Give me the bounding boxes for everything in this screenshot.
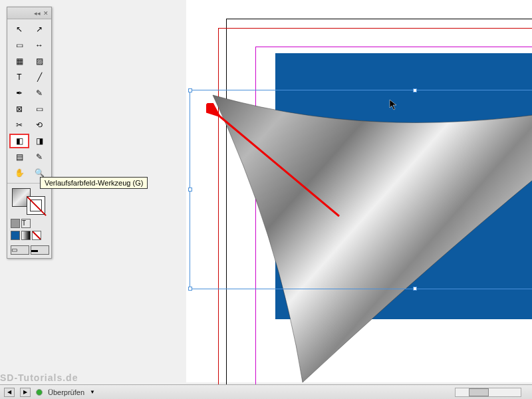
apply-none-swatch[interactable] (32, 231, 41, 240)
apply-gradient-swatch[interactable] (21, 231, 31, 240)
close-icon[interactable]: ✕ (43, 10, 49, 17)
watermark-text: SD-Tutorials.de (0, 372, 78, 383)
dropdown-icon[interactable]: ▼ (90, 389, 95, 395)
horizontal-scrollbar[interactable] (455, 388, 521, 397)
preflight-label[interactable]: Überprüfen (48, 388, 84, 396)
fill-stroke-section: T ▭ ▬ (7, 183, 51, 258)
rectangle-tool[interactable]: ▭ (29, 102, 49, 116)
apply-color-swatch[interactable] (11, 231, 20, 240)
pencil-tool[interactable]: ✎ (29, 86, 49, 100)
selection-tool[interactable]: ↖ (9, 22, 29, 37)
handle-top-middle[interactable] (413, 88, 417, 92)
free-transform[interactable]: ⟲ (29, 118, 49, 132)
scissors-tool[interactable]: ✂ (9, 118, 29, 132)
status-bar: ◀ ▶ Überprüfen ▼ (0, 384, 532, 399)
scrollbar-thumb[interactable] (469, 388, 489, 396)
rectangle-frame[interactable]: ⊠ (9, 102, 29, 116)
eyedropper-tool[interactable]: ✎ (29, 150, 49, 164)
fill-stroke-proxy[interactable] (12, 188, 45, 215)
panel-header: ◂◂ ✕ (7, 7, 51, 19)
tool-tooltip: Verlaufsfarbfeld-Werkzeug (G) (40, 177, 148, 189)
formatting-text-icon[interactable]: T (21, 219, 31, 228)
tools-panel: ◂◂ ✕ ↖↗▭↔▦▨T╱✒✎⊠▭✂⟲◧◨▤✎✋🔍 T ▭ ▬ (7, 7, 52, 259)
selection-bounding-box[interactable] (190, 90, 532, 289)
pen-tool[interactable]: ✒ (9, 86, 29, 100)
view-mode-preview[interactable]: ▬ (31, 245, 49, 255)
formatting-container-icon[interactable] (11, 219, 20, 228)
collapse-icon[interactable]: ◂◂ (34, 10, 41, 17)
view-mode-normal[interactable]: ▭ (11, 245, 29, 255)
gap-tool[interactable]: ↔ (29, 38, 49, 53)
nav-next-button[interactable]: ▶ (20, 388, 31, 397)
handle-bottom-middle[interactable] (413, 287, 417, 291)
gradient-feather-tool[interactable]: ◨ (29, 134, 49, 148)
content-placer[interactable]: ▨ (29, 54, 49, 68)
handle-middle-left[interactable] (188, 188, 192, 192)
stroke-swatch[interactable] (27, 196, 45, 215)
page-tool[interactable]: ▭ (9, 38, 29, 53)
gradient-swatch-tool[interactable]: ◧ (9, 134, 29, 148)
content-collector[interactable]: ▦ (9, 54, 29, 68)
hand-tool[interactable]: ✋ (9, 166, 29, 180)
note-tool[interactable]: ▤ (9, 150, 29, 164)
nav-prev-button[interactable]: ◀ (4, 388, 15, 397)
handle-top-left[interactable] (188, 88, 192, 92)
gradient-cursor-icon (388, 98, 402, 112)
direct-selection-tool[interactable]: ↗ (29, 22, 49, 37)
canvas-area[interactable] (186, 0, 532, 382)
type-tool[interactable]: T (9, 70, 29, 84)
line-tool[interactable]: ╱ (29, 70, 49, 84)
handle-bottom-left[interactable] (188, 287, 192, 291)
preflight-status-icon[interactable] (36, 389, 43, 396)
